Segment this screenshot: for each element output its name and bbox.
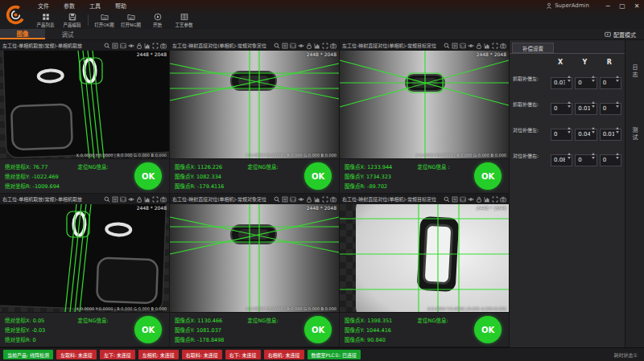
- left-pick-status-badge: 左取料: 未连接: [56, 350, 97, 359]
- fit-icon[interactable]: [152, 43, 159, 49]
- camera-image[interactable]: 2448 * 2048 X:0.0000 Y:0.0000 | R:0.000 …: [170, 204, 339, 312]
- zoom-icon[interactable]: [444, 196, 450, 203]
- image-resolution: 2448 * 2048: [477, 205, 506, 211]
- maximize-button[interactable]: ▢: [615, 1, 630, 11]
- col-r: R: [597, 59, 621, 66]
- one-to-one-icon[interactable]: [460, 43, 466, 49]
- tab-image[interactable]: 图像: [0, 29, 45, 39]
- process-params-button[interactable]: 工艺参数: [171, 11, 197, 29]
- fit-icon[interactable]: [492, 196, 498, 203]
- menu-help[interactable]: 帮助: [108, 2, 134, 10]
- eye-icon[interactable]: [128, 196, 134, 203]
- product-list-icon: [42, 13, 50, 21]
- start-label: 开始: [153, 22, 162, 28]
- histogram-icon[interactable]: [144, 196, 151, 203]
- stat-r-label: 绝对坐标R:: [5, 337, 31, 343]
- one-to-one-icon[interactable]: [120, 43, 126, 49]
- stat-x-label: 图像点X:: [175, 164, 196, 170]
- row-label: 对位补偿左:: [513, 126, 548, 133]
- histogram-icon[interactable]: [314, 43, 320, 49]
- config-mode-label: 配置模式: [613, 31, 636, 39]
- crosshair-icon[interactable]: [112, 43, 118, 49]
- crosshair-icon[interactable]: [282, 43, 288, 49]
- minimize-button[interactable]: −: [601, 1, 615, 11]
- eye-icon[interactable]: [468, 196, 474, 203]
- menu-parameters[interactable]: 参数: [56, 2, 82, 10]
- menu-tools[interactable]: 工具: [82, 2, 108, 10]
- lock-icon[interactable]: [306, 43, 312, 49]
- tab-log[interactable]: 日志: [630, 64, 638, 79]
- save-image-icon[interactable]: [160, 196, 167, 203]
- camera-image[interactable]: 2448 * 2048 X:0.0000 Y:0.0000 | R:0.000 …: [340, 51, 509, 158]
- save-image-icon[interactable]: [160, 43, 167, 49]
- status-bar: 当前产品: 线阵检测 左取料: 未连接 左下: 未连接 左相机: 未连接 右取料…: [0, 347, 644, 361]
- fit-icon[interactable]: [322, 196, 328, 203]
- image-coordinates: X:0.0000 Y:0.0000 | R:255 G:255 B:255: [427, 306, 506, 311]
- save-image-icon[interactable]: [330, 43, 336, 49]
- fit-icon[interactable]: [322, 43, 328, 49]
- result-indicator: OK: [304, 162, 332, 190]
- eye-icon[interactable]: [468, 43, 474, 49]
- result-indicator: OK: [134, 316, 162, 343]
- histogram-icon[interactable]: [144, 43, 151, 49]
- camera-image[interactable]: 2448 * 2048 X:0.0000 Y:0.0000 | R:0.000 …: [0, 204, 169, 312]
- zoom-icon[interactable]: [104, 196, 110, 203]
- stat-x-label: 绝对坐标X:: [5, 318, 31, 324]
- save-image-icon[interactable]: [330, 196, 336, 203]
- crosshair-icon[interactable]: [452, 196, 458, 203]
- save-image-icon[interactable]: [500, 43, 506, 49]
- stat-r-value: -89.702: [367, 183, 387, 190]
- eye-icon[interactable]: [298, 43, 304, 49]
- open-ok-image-button[interactable]: 打开OK图: [91, 11, 118, 29]
- stat-x-value: 1398.351: [367, 318, 392, 324]
- zoom-icon[interactable]: [274, 43, 280, 49]
- lock-icon[interactable]: [136, 196, 142, 203]
- one-to-one-icon[interactable]: [120, 196, 126, 203]
- row-grab-comp-left: 抓取补偿左:: [513, 72, 621, 84]
- view-tabs: 图像 调试 配置模式: [0, 29, 644, 40]
- folder-ng-icon: [127, 13, 135, 21]
- eye-icon[interactable]: [128, 43, 134, 49]
- histogram-icon[interactable]: [484, 43, 490, 49]
- tab-test[interactable]: 测试: [630, 127, 638, 142]
- tab-debug[interactable]: 调试: [45, 29, 90, 39]
- open-ng-image-button[interactable]: 打开NG图: [118, 11, 144, 29]
- camera-image[interactable]: 2448 * 2048 X:0.0000 Y:0.0000 | R:0.000 …: [0, 51, 169, 158]
- current-product-badge: 当前产品: 线阵检测: [3, 350, 53, 359]
- left-camera-status-badge: 左相机: 未连接: [138, 350, 179, 359]
- close-button[interactable]: ✕: [630, 1, 644, 11]
- one-to-one-icon[interactable]: [290, 196, 296, 203]
- stat-y-value: -1022.469: [31, 174, 58, 180]
- right-camera-status-badge: 右相机: 未连接: [264, 350, 304, 359]
- product-list-button[interactable]: 产品列表: [32, 11, 59, 29]
- compensation-tab[interactable]: 补偿设置: [512, 43, 554, 53]
- product-edit-button[interactable]: 产品编辑: [59, 11, 85, 29]
- crosshair-icon[interactable]: [282, 196, 288, 203]
- zoom-icon[interactable]: [444, 43, 450, 49]
- one-to-one-icon[interactable]: [460, 196, 466, 203]
- one-to-one-icon[interactable]: [290, 43, 296, 49]
- lock-icon[interactable]: [306, 196, 312, 203]
- lock-icon[interactable]: [136, 43, 142, 49]
- lock-icon[interactable]: [476, 43, 482, 49]
- eye-icon[interactable]: [298, 196, 304, 203]
- fit-icon[interactable]: [492, 43, 498, 49]
- fit-icon[interactable]: [152, 196, 159, 203]
- titlebar: 文件 参数 工具 帮助 SuperAdmin − ▢ ✕: [31, 0, 644, 11]
- camera-image[interactable]: 2448 * 2048 X:0.0000 Y:0.0000 | R:255 G:…: [340, 204, 509, 312]
- save-image-icon[interactable]: [500, 196, 506, 203]
- lock-icon[interactable]: [476, 196, 482, 203]
- zoom-icon[interactable]: [274, 196, 280, 203]
- crosshair-icon[interactable]: [112, 196, 118, 203]
- image-coordinates: X:0.0000 Y:0.0000 | R:0.000 G:0.000 B:0.…: [246, 153, 336, 158]
- camera-image[interactable]: 2448 * 2048 X:0.0000 Y:0.0000 | R:0.000 …: [170, 51, 339, 158]
- menu-file[interactable]: 文件: [31, 2, 56, 10]
- zoom-icon[interactable]: [104, 43, 110, 49]
- histogram-icon[interactable]: [484, 196, 490, 203]
- process-params-label: 工艺参数: [175, 22, 192, 28]
- histogram-icon[interactable]: [314, 196, 320, 203]
- image-resolution: 2448 * 2048: [137, 51, 167, 57]
- crosshair-icon[interactable]: [452, 43, 458, 49]
- start-button[interactable]: 开始: [144, 11, 171, 29]
- config-mode-button[interactable]: 配置模式: [597, 29, 644, 39]
